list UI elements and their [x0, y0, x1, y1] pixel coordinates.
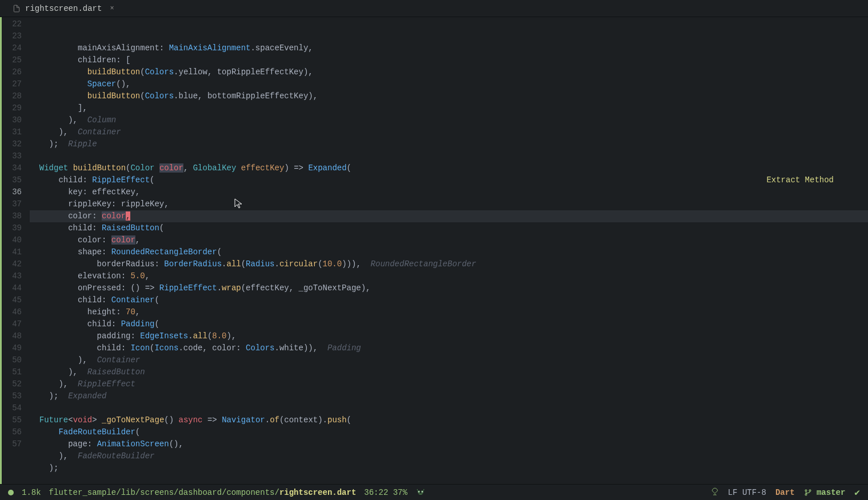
line-number: 53	[2, 390, 22, 402]
line-number: 56	[2, 426, 22, 438]
code-line[interactable]	[30, 150, 868, 162]
line-number: 33	[2, 150, 22, 162]
code-line[interactable]: );	[30, 462, 868, 474]
code-line[interactable]: child: Icon(Icons.code, color: Colors.wh…	[30, 342, 868, 354]
line-number: 26	[2, 66, 22, 78]
code-content[interactable]: mainAxisAlignment: MainAxisAlignment.spa…	[30, 17, 868, 484]
line-number: 32	[2, 138, 22, 150]
code-line[interactable]: ), FadeRouteBuilder	[30, 450, 868, 462]
code-line[interactable]: Future<void> _goToNextPage() async => Na…	[30, 414, 868, 426]
code-line[interactable]: child: RippleEffect(	[30, 174, 868, 186]
line-number-gutter: 2223242526272829303132333435363738394041…	[0, 17, 30, 484]
code-line[interactable]	[30, 402, 868, 414]
line-number: 38	[2, 210, 22, 222]
line-number: 29	[2, 102, 22, 114]
code-line[interactable]: buildButton(Colors.blue, bottomRippleEff…	[30, 90, 868, 102]
line-number: 37	[2, 198, 22, 210]
branch-icon	[804, 489, 812, 497]
status-dot-icon	[8, 490, 14, 495]
code-line[interactable]: child: Container(	[30, 294, 868, 306]
code-line[interactable]: color: color,	[30, 210, 868, 222]
line-number: 50	[2, 354, 22, 366]
line-number: 41	[2, 246, 22, 258]
code-line[interactable]: ); Expanded	[30, 390, 868, 402]
line-number: 39	[2, 222, 22, 234]
code-line[interactable]: height: 70,	[30, 306, 868, 318]
line-number: 24	[2, 42, 22, 54]
svg-point-5	[805, 494, 807, 495]
code-line[interactable]: FadeRouteBuilder(	[30, 426, 868, 438]
code-line[interactable]: child: RaisedButton(	[30, 222, 868, 234]
code-line[interactable]: ), Column	[30, 114, 868, 126]
code-line[interactable]: ), RippleEffect	[30, 378, 868, 390]
file-size: 1.8k	[22, 488, 41, 497]
close-icon[interactable]: ×	[110, 5, 114, 13]
code-line[interactable]: ), Container	[30, 354, 868, 366]
line-number: 36	[2, 186, 22, 198]
code-line[interactable]: rippleKey: rippleKey,	[30, 198, 868, 210]
code-line[interactable]: color: color,	[30, 234, 868, 246]
svg-point-2	[418, 491, 419, 492]
editor-area[interactable]: 2223242526272829303132333435363738394041…	[0, 17, 868, 484]
code-line[interactable]: ), Container	[30, 126, 868, 138]
language[interactable]: Dart	[775, 488, 795, 497]
file-icon	[13, 5, 21, 13]
code-line[interactable]: children: [	[30, 54, 868, 66]
tab-bar: rightscreen.dart ×	[0, 0, 868, 17]
line-number: 57	[2, 438, 22, 450]
code-line[interactable]: mainAxisAlignment: MainAxisAlignment.spa…	[30, 42, 868, 54]
code-line[interactable]: child: Padding(	[30, 318, 868, 330]
line-number: 31	[2, 126, 22, 138]
status-bar: 1.8k flutter_sample/lib/screens/dashboar…	[0, 484, 868, 500]
code-line[interactable]: shape: RoundedRectangleBorder(	[30, 246, 868, 258]
line-number: 23	[2, 30, 22, 42]
code-line[interactable]: padding: EdgeInsets.all(8.0),	[30, 330, 868, 342]
code-line[interactable]: borderRadius: BorderRadius.all(Radius.ci…	[30, 258, 868, 270]
code-line[interactable]: ],	[30, 102, 868, 114]
line-number: 44	[2, 282, 22, 294]
line-number: 22	[2, 18, 22, 30]
line-number: 48	[2, 330, 22, 342]
code-line[interactable]: page: AnimationScreen(),	[30, 438, 868, 450]
line-number: 43	[2, 270, 22, 282]
line-number: 34	[2, 162, 22, 174]
line-number: 47	[2, 318, 22, 330]
line-number: 28	[2, 90, 22, 102]
svg-point-4	[805, 490, 807, 491]
line-number: 40	[2, 234, 22, 246]
line-number: 52	[2, 378, 22, 390]
line-number: 35	[2, 174, 22, 186]
cursor-position: 36:22 37%	[364, 488, 407, 497]
svg-point-6	[809, 490, 811, 491]
git-branch[interactable]: master	[804, 488, 846, 497]
owl-icon[interactable]	[415, 487, 426, 498]
line-number: 51	[2, 366, 22, 378]
code-line[interactable]: key: effectKey,	[30, 186, 868, 198]
line-number: 49	[2, 342, 22, 354]
line-number: 54	[2, 402, 22, 414]
code-line[interactable]: ), RaisedButton	[30, 366, 868, 378]
code-line[interactable]: Spacer(),	[30, 78, 868, 90]
rocket-icon[interactable]	[711, 487, 719, 498]
file-path[interactable]: flutter_sample/lib/screens/dashboard/com…	[49, 488, 357, 497]
code-line[interactable]: buildButton(Colors.yellow, topRippleEffe…	[30, 66, 868, 78]
check-icon[interactable]: ✔	[854, 487, 860, 498]
tab-filename: rightscreen.dart	[25, 4, 102, 13]
line-number: 27	[2, 78, 22, 90]
line-number: 42	[2, 258, 22, 270]
line-number: 25	[2, 54, 22, 66]
file-tab[interactable]: rightscreen.dart ×	[7, 2, 120, 15]
line-number: 46	[2, 306, 22, 318]
code-line[interactable]: elevation: 5.0,	[30, 270, 868, 282]
code-line[interactable]: Widget buildButton(Color color, GlobalKe…	[30, 162, 868, 174]
encoding[interactable]: LF UTF-8	[728, 488, 766, 497]
svg-point-3	[422, 491, 423, 492]
code-line[interactable]: ); Ripple	[30, 138, 868, 150]
code-action-hint[interactable]: Extract Method	[766, 174, 834, 186]
line-number: 55	[2, 414, 22, 426]
line-number: 30	[2, 114, 22, 126]
line-number: 45	[2, 294, 22, 306]
code-line[interactable]: onPressed: () => RippleEffect.wrap(effec…	[30, 282, 868, 294]
